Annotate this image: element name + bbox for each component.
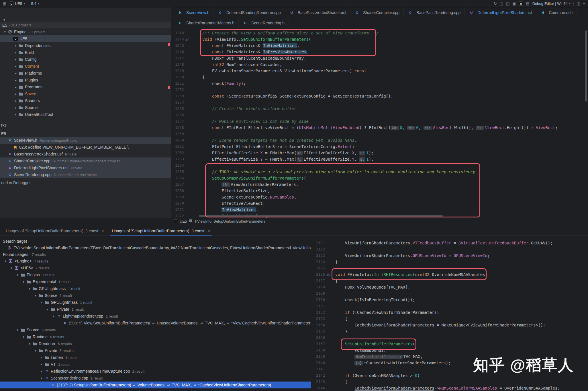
project-tree-row[interactable]: ▸Platforms xyxy=(0,70,171,77)
line-number[interactable]: 1271 xyxy=(171,207,184,213)
code-line[interactable]: 1257 // Mobile multi-view is not side by… xyxy=(171,118,588,125)
project-tree-row[interactable]: ▸Content xyxy=(0,63,171,70)
code-line[interactable]: 2128 FBox VolumeBounds[TVC_MAX]; xyxy=(315,284,588,290)
run-configuration-selector[interactable]: Debug Editor | Win64 ▾ xyxy=(532,1,571,6)
line-number[interactable]: 1254 xyxy=(171,99,184,106)
rearrange-icon[interactable]: ⇄ xyxy=(325,271,331,278)
code-line[interactable]: 1260 // Scene render targets may not be … xyxy=(171,137,588,143)
project-tree-row[interactable]: ▸Programs xyxy=(0,83,171,90)
line-number[interactable]: 2142 xyxy=(315,372,325,379)
project-tree-row[interactable]: ▸Source xyxy=(0,104,171,111)
project-tree-row[interactable]: ▸Plugins xyxy=(0,77,171,83)
usage-tree-row[interactable]: ▾Renderer6 results xyxy=(0,340,311,347)
code-line[interactable]: 1263 EffectiveBufferSize.Y = FMath::Max(… xyxy=(171,156,588,162)
chevron-icon[interactable]: ▸ xyxy=(13,71,18,75)
line-number[interactable]: 1262 xyxy=(171,150,184,156)
project-tree-row[interactable]: UUE5 xyxy=(0,35,171,42)
window-layout-icon[interactable]: ▢ xyxy=(500,1,503,6)
line-number[interactable]: 2144 xyxy=(315,385,325,391)
code-line[interactable]: 1270 EffectiveViewRect, xyxy=(171,200,588,207)
chevron-icon[interactable]: ▸ xyxy=(39,369,44,373)
usage-tree-row[interactable]: ▾Private6 results xyxy=(0,347,311,354)
line-number[interactable]: 2130 xyxy=(315,297,325,303)
code-line[interactable]: 2126⇄void FViewInfo::InitRHIResources(ui… xyxy=(315,271,588,278)
code-line[interactable]: 1268 EffectiveBufferSize, xyxy=(171,188,588,194)
line-number[interactable]: 1258 xyxy=(171,125,184,131)
line-number[interactable]: 1251 xyxy=(171,80,184,87)
code-line[interactable]: 1262 EffectiveBufferSize.X = FMath::Max(… xyxy=(171,150,588,156)
line-number[interactable]: 2137 xyxy=(315,341,325,347)
code-line[interactable]: 2136 xyxy=(315,334,588,341)
line-number[interactable]: 2135 xyxy=(315,328,325,334)
chevron-icon[interactable]: ▾ xyxy=(45,308,50,311)
project-tree-row[interactable]: ▾Engine· 1 project xyxy=(0,28,171,35)
code-line[interactable]: 2138 VolumeBounds, xyxy=(315,347,588,353)
code-line[interactable]: 1269 SceneTexturesConfig.NumSamples, xyxy=(171,194,588,200)
chevron-icon[interactable]: ▾ xyxy=(9,266,14,270)
editor-tab[interactable]: HShaderParameterMacros.h xyxy=(174,18,239,28)
window-menu-icon[interactable]: ▦ xyxy=(3,1,6,6)
usage-tree-row[interactable]: ▾Plugins1 result xyxy=(0,271,311,278)
line-number[interactable]: 2122 xyxy=(315,246,325,252)
code-line[interactable]: 1244⇄void FViewInfo::SetupUniformBufferP… xyxy=(171,36,588,42)
bookmark-row[interactable]: UDeferredLightPixelShaders.usfPrivate xyxy=(0,164,171,171)
line-number[interactable]: 1270 xyxy=(171,200,184,207)
editor-tab[interactable]: UDeferredLightPixelShaders.usf xyxy=(465,7,536,18)
line-number[interactable]: 2133 xyxy=(315,316,325,322)
code-line[interactable]: 1251 check(Family); xyxy=(171,80,588,87)
project-tree-row[interactable]: ▸Config xyxy=(0,56,171,63)
bookmark-row[interactable]: CShaderCompiler.cppRuntime/Engine/Privat… xyxy=(0,157,171,164)
line-number[interactable]: 1243 xyxy=(171,30,184,36)
breadcrumb-symbol[interactable]: FViewInfo::SetupUniformBufferParameters xyxy=(195,219,265,223)
usage-tree-row[interactable]: (2137: 2) SetupUniformBufferParameters( … xyxy=(0,382,311,388)
project-tree-row[interactable]: ▸Shaders xyxy=(0,97,171,104)
usage-tree-row[interactable]: ▾<Engine>7 results xyxy=(0,258,311,264)
line-number[interactable]: 1264 xyxy=(171,162,184,169)
sync-icon[interactable]: ↻ xyxy=(494,1,497,6)
usage-tree-row[interactable]: ▾GPULightmass1 result xyxy=(0,299,311,306)
code-line[interactable]: 2134 CachedViewUniformShaderParameters =… xyxy=(315,322,588,328)
chevron-icon[interactable]: ▸ xyxy=(13,99,18,103)
code-line[interactable]: 1252 xyxy=(171,87,588,93)
line-number[interactable]: 1272 xyxy=(171,213,184,218)
code-line[interactable]: 1258 const FIntRect EffectiveViewRect = … xyxy=(171,125,588,131)
line-number[interactable]: 1259 xyxy=(171,131,184,137)
project-tree-row[interactable]: ▸UnrealBuildTool xyxy=(0,111,171,118)
line-number[interactable]: 1245 xyxy=(171,42,184,49)
line-number[interactable]: 1255 xyxy=(171,106,184,112)
line-number[interactable]: 2124 xyxy=(315,259,325,265)
line-number[interactable]: 2141 xyxy=(315,366,325,372)
code-line[interactable]: 1271 InViewMatrices, xyxy=(171,207,588,213)
line-number[interactable]: 2121 xyxy=(315,240,325,246)
line-number[interactable]: 1247 xyxy=(171,55,184,61)
code-line[interactable]: 1249 FViewUniformShaderParameters& ViewU… xyxy=(171,68,588,74)
editor-tab[interactable]: CShaderCompiler.cpp xyxy=(350,7,404,18)
project-tree-row[interactable]: ▸Dependencies xyxy=(0,42,171,49)
line-number[interactable]: 1253 xyxy=(171,93,184,99)
line-number[interactable]: 2129 xyxy=(315,290,325,297)
code-line[interactable]: 1267 [&]ViewUniformShaderParameters, xyxy=(171,181,588,188)
code-line[interactable]: 2143 { xyxy=(315,379,588,385)
code-line[interactable]: 1243/** Creates the view's uniform buffe… xyxy=(171,30,588,36)
line-number[interactable]: 2140 xyxy=(315,360,325,366)
usage-tree-row[interactable]: ▾GPULightmass1 result xyxy=(0,285,311,292)
project-tree-row[interactable]: ▸Build xyxy=(0,49,171,56)
usage-tree-row[interactable]: ▾Source1 result xyxy=(0,292,311,299)
code-line[interactable]: 1253 const FSceneTexturesConfig& SceneTe… xyxy=(171,93,588,99)
chevron-icon[interactable]: ▾ xyxy=(33,294,38,297)
code-line[interactable]: 1256 xyxy=(171,112,588,118)
code-line[interactable]: 1265 // TODO: We should use a view and p… xyxy=(171,169,588,175)
add-icon[interactable]: + xyxy=(583,1,585,6)
chevron-icon[interactable]: ▾ xyxy=(39,301,44,304)
line-number[interactable]: 1261 xyxy=(171,143,184,150)
unreal-link-icon[interactable]: U xyxy=(519,1,523,6)
code-line[interactable]: 2132 if (!CachedViewUniformShaderParamet… xyxy=(315,309,588,316)
bookmarks-group-label[interactable]: E5 xyxy=(0,131,171,137)
code-line[interactable]: 2131 xyxy=(315,303,588,309)
line-number[interactable]: 1267 xyxy=(171,181,184,188)
usage-tree-row[interactable]: ▸Lumen1 result xyxy=(0,354,311,361)
line-number[interactable]: 1260 xyxy=(171,137,184,143)
usage-tree-row[interactable]: ▾<UE5>7 results xyxy=(0,264,311,271)
code-line[interactable]: 2144 CachedViewUniformShaderParameters->… xyxy=(315,385,588,391)
editor-tab[interactable]: HCommon.ush xyxy=(536,7,577,18)
